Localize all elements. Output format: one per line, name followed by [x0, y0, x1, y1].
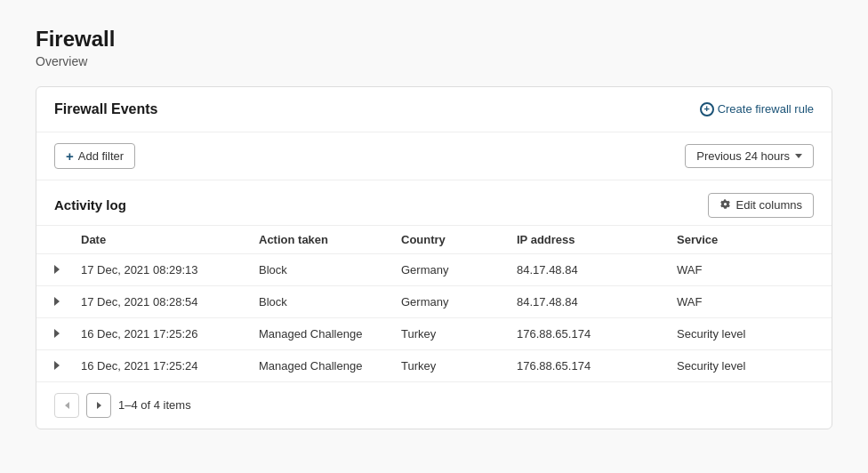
cell-date-0: 17 Dec, 2021 08:29:13: [81, 263, 259, 277]
filter-row: + Add filter Previous 24 hours: [36, 132, 832, 180]
cell-ip-1: 84.17.48.84: [517, 295, 677, 309]
cell-service-3: Security level: [677, 359, 832, 373]
cell-ip-2: 176.88.65.174: [517, 327, 677, 341]
edit-columns-button[interactable]: Edit columns: [708, 193, 814, 218]
cell-country-0: Germany: [401, 263, 517, 277]
cell-ip-0: 84.17.48.84: [517, 263, 677, 277]
card-header: Firewall Events + Create firewall rule: [36, 87, 832, 132]
cell-country-2: Turkey: [401, 327, 517, 341]
firewall-events-card: Firewall Events + Create firewall rule +…: [36, 86, 832, 429]
col-service: Service: [677, 233, 832, 246]
activity-log-section: Activity log Edit columns: [36, 180, 832, 226]
cell-country-1: Germany: [401, 295, 517, 309]
pagination-row: 1–4 of 4 items: [36, 382, 832, 429]
activity-log-title: Activity log: [54, 197, 126, 212]
plus-circle-icon: +: [700, 102, 714, 116]
page-title: Firewall: [36, 27, 832, 52]
col-expand: [54, 233, 81, 246]
cell-ip-3: 176.88.65.174: [517, 359, 677, 373]
chevron-right-icon: [54, 297, 60, 306]
chevron-right-icon: [54, 329, 60, 338]
next-page-button[interactable]: [86, 393, 111, 418]
cell-action-3: Managed Challenge: [259, 359, 401, 373]
card-header-title: Firewall Events: [54, 101, 158, 117]
chevron-right-icon: [97, 402, 101, 409]
cell-service-0: WAF: [677, 263, 832, 277]
cell-date-1: 17 Dec, 2021 08:28:54: [81, 295, 259, 309]
chevron-right-icon: [54, 361, 60, 370]
col-ip: IP address: [517, 233, 677, 246]
table-header: Date Action taken Country IP address Ser…: [36, 226, 832, 254]
chevron-right-icon: [54, 265, 60, 274]
table-body: 17 Dec, 2021 08:29:13 Block Germany 84.1…: [36, 254, 832, 382]
col-country: Country: [401, 233, 517, 246]
col-action: Action taken: [259, 233, 401, 246]
table-row[interactable]: 17 Dec, 2021 08:29:13 Block Germany 84.1…: [36, 254, 832, 286]
col-date: Date: [81, 233, 259, 246]
cell-service-1: WAF: [677, 295, 832, 309]
edit-columns-label: Edit columns: [736, 198, 802, 212]
add-filter-button[interactable]: + Add filter: [54, 143, 135, 169]
plus-icon: +: [66, 148, 74, 164]
row-expand-3[interactable]: [54, 361, 81, 370]
gear-icon: [719, 198, 731, 212]
create-rule-label: Create firewall rule: [718, 102, 814, 116]
cell-service-2: Security level: [677, 327, 832, 341]
chevron-down-icon: [795, 154, 802, 158]
row-expand-2[interactable]: [54, 329, 81, 338]
cell-action-1: Block: [259, 295, 401, 309]
table-row[interactable]: 16 Dec, 2021 17:25:24 Managed Challenge …: [36, 350, 832, 382]
table-row[interactable]: 17 Dec, 2021 08:28:54 Block Germany 84.1…: [36, 286, 832, 318]
cell-action-2: Managed Challenge: [259, 327, 401, 341]
create-firewall-rule-link[interactable]: + Create firewall rule: [700, 102, 814, 116]
chevron-left-icon: [65, 402, 69, 409]
row-expand-1[interactable]: [54, 297, 81, 306]
cell-date-2: 16 Dec, 2021 17:25:26: [81, 327, 259, 341]
add-filter-label: Add filter: [78, 149, 124, 163]
table-row[interactable]: 16 Dec, 2021 17:25:26 Managed Challenge …: [36, 318, 832, 350]
page-subtitle: Overview: [36, 54, 832, 68]
pagination-info: 1–4 of 4 items: [118, 398, 191, 412]
time-filter-button[interactable]: Previous 24 hours: [685, 144, 814, 168]
time-filter-label: Previous 24 hours: [696, 149, 790, 163]
cell-country-3: Turkey: [401, 359, 517, 373]
row-expand-0[interactable]: [54, 265, 81, 274]
activity-log-table: Date Action taken Country IP address Ser…: [36, 226, 832, 382]
prev-page-button[interactable]: [54, 393, 79, 418]
cell-action-0: Block: [259, 263, 401, 277]
cell-date-3: 16 Dec, 2021 17:25:24: [81, 359, 259, 373]
